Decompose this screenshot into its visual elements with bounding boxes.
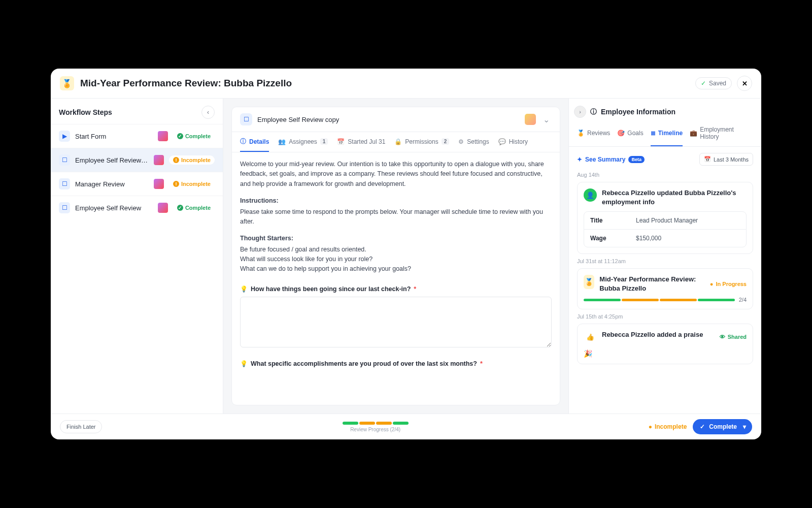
status-badge: ✓ Complete: [173, 132, 215, 141]
task-icon: ☐: [59, 154, 70, 166]
alert-circle-icon: ●: [649, 423, 652, 430]
tab-details[interactable]: ⓘ Details: [240, 137, 269, 152]
tab-employment-history[interactable]: 💼 Employment History: [690, 123, 753, 146]
workflow-steps-list: ▶ Start Form ✓ Complete ☐ Employee Self …: [51, 124, 223, 219]
status-badge: ! Incomplete: [169, 155, 215, 165]
caret-down-icon: ▾: [743, 423, 746, 430]
tab-reviews[interactable]: 🏅 Reviews: [577, 123, 610, 146]
ribbon-icon: 🏅: [60, 76, 74, 90]
medal-icon: 🏅: [577, 130, 585, 137]
avatar: [158, 131, 168, 141]
date-range-button[interactable]: 📅 Last 3 Months: [699, 153, 753, 166]
task-icon: ☐: [240, 113, 252, 125]
workflow-steps-title: Workflow Steps: [59, 108, 112, 116]
workflow-sidebar: Workflow Steps ‹ ▶ Start Form ✓ Complete: [51, 99, 223, 414]
check-circle-icon: ✓: [177, 205, 183, 211]
step-label: Employee Self Review: [75, 204, 153, 212]
review-progress-footer: Review Progress (2/4): [102, 422, 648, 432]
employee-info-title: Employee Information: [601, 108, 675, 116]
question-1-label: 💡 How have things been going since our l…: [240, 285, 552, 293]
review-progress: 2/4: [584, 297, 747, 303]
alert-circle-icon: !: [173, 157, 179, 163]
tab-permissions[interactable]: 🔒 Permissions 2: [394, 138, 449, 151]
people-icon: 👥: [278, 138, 286, 145]
chat-icon: 💬: [498, 138, 506, 145]
check-icon: ✓: [700, 423, 705, 430]
tab-settings[interactable]: ⚙ Settings: [458, 138, 489, 151]
workflow-step-start-form[interactable]: ▶ Start Form ✓ Complete: [51, 124, 223, 148]
incomplete-indicator: ● Incomplete: [649, 423, 687, 430]
status-badge: ✓ Complete: [173, 203, 215, 212]
calendar-icon: 📅: [704, 156, 711, 163]
tab-started[interactable]: 📅 Started Jul 31: [337, 138, 385, 151]
complete-button[interactable]: ✓ Complete ▾: [693, 419, 752, 434]
count-badge: 1: [320, 138, 328, 145]
finish-later-button[interactable]: Finish Later: [60, 420, 102, 433]
shared-badge: 👁 Shared: [720, 334, 747, 340]
task-icon: ☐: [59, 178, 70, 189]
avatar: [158, 203, 168, 213]
tab-goals[interactable]: 🎯 Goals: [617, 123, 643, 146]
avatar: [525, 114, 536, 125]
expand-dropdown-button[interactable]: ⌄: [541, 115, 552, 124]
tab-history[interactable]: 💬 History: [498, 138, 528, 151]
timeline-body: ✦ See Summary Beta 📅 Last 3 Months Aug 1…: [569, 147, 761, 414]
card-title: Employee Self Review copy: [257, 116, 520, 123]
info-icon: ⓘ: [590, 107, 597, 116]
expand-panel-button[interactable]: ›: [574, 106, 586, 118]
chevron-right-icon: ›: [579, 109, 581, 115]
question-1-input[interactable]: [240, 297, 552, 347]
calendar-icon: 📅: [337, 138, 345, 145]
briefcase-icon: 💼: [690, 130, 697, 137]
card-tabbar: ⓘ Details 👥 Assignees 1 📅 Started Jul 31…: [232, 132, 560, 152]
check-icon: ✓: [701, 80, 706, 87]
progress-label: Review Progress (2/4): [350, 427, 400, 432]
step-label: Start Form: [75, 133, 153, 140]
question-2-label: 💡 What specific accomplishments are you …: [240, 360, 552, 367]
user-update-icon: 👤: [584, 188, 597, 202]
timeline-event-title: Rebecca Pizzello updated Bubba Pizzello'…: [602, 188, 747, 206]
beta-badge: Beta: [628, 156, 645, 163]
timeline-icon: ≣: [651, 130, 656, 137]
workflow-step-employee-self-review[interactable]: ☐ Employee Self Review ✓ Complete: [51, 196, 223, 219]
timeline-date: Jul 31st at 11:12am: [577, 258, 753, 264]
celebration-icon: 🎉: [584, 350, 747, 358]
review-form-card: ☐ Employee Self Review copy ⌄ ⓘ Details …: [231, 107, 560, 405]
bulb-icon: 💡: [240, 360, 248, 367]
step-label: Manager Review: [75, 180, 149, 188]
app-window: 🏅 Mid-Year Performance Review: Bubba Piz…: [51, 69, 761, 439]
lock-icon: 🔒: [394, 138, 402, 145]
see-summary-link[interactable]: ✦ See Summary Beta: [577, 156, 645, 163]
ribbon-icon: 🏅: [584, 275, 594, 289]
thought-starters-block: Thought Starters: Be future focused / go…: [240, 234, 552, 274]
timeline-event-employment-update[interactable]: 👤 Rebecca Pizzello updated Bubba Pizzell…: [577, 182, 753, 254]
instructions-body: Please take some time to respond to the …: [240, 208, 543, 225]
bulb-icon: 💡: [240, 285, 248, 293]
center-panel: ☐ Employee Self Review copy ⌄ ⓘ Details …: [223, 99, 568, 414]
workflow-step-employee-self-review-copy[interactable]: ☐ Employee Self Review c... ! Incomplete: [51, 148, 223, 172]
sparkle-icon: ✦: [577, 156, 582, 163]
saved-label: Saved: [709, 80, 726, 87]
tab-assignees[interactable]: 👥 Assignees 1: [278, 138, 328, 151]
footer: Finish Later Review Progress (2/4) ● Inc…: [51, 414, 761, 439]
card-body: Welcome to your mid-year review. Our int…: [232, 152, 560, 405]
gear-icon: ⚙: [458, 138, 464, 145]
eye-icon: 👁: [720, 334, 725, 340]
timeline-date: Aug 14th: [577, 172, 753, 178]
field-key-wage: Wage: [584, 230, 630, 247]
intro-text: Welcome to your mid-year review. Our int…: [240, 160, 552, 189]
progress-fraction: 2/4: [739, 297, 747, 303]
close-icon: ✕: [742, 80, 748, 87]
play-icon: ▶: [59, 131, 70, 142]
alert-circle-icon: ●: [710, 281, 714, 287]
info-icon: ⓘ: [240, 137, 246, 146]
workflow-step-manager-review[interactable]: ☐ Manager Review ! Incomplete: [51, 172, 223, 196]
tab-timeline[interactable]: ≣ Timeline: [651, 123, 683, 146]
timeline-event-review[interactable]: 🏅 Mid-Year Performance Review: Bubba Piz…: [577, 268, 753, 309]
employee-info-panel: › ⓘ Employee Information 🏅 Reviews 🎯 Goa…: [568, 99, 761, 414]
chevron-left-icon: ‹: [207, 109, 209, 116]
close-button[interactable]: ✕: [737, 76, 752, 91]
timeline-event-praise[interactable]: 👍 Rebecca Pizzello added a praise 👁 Shar…: [577, 324, 753, 364]
collapse-sidebar-button[interactable]: ‹: [201, 106, 215, 119]
thought-starters-label: Thought Starters:: [240, 234, 552, 243]
